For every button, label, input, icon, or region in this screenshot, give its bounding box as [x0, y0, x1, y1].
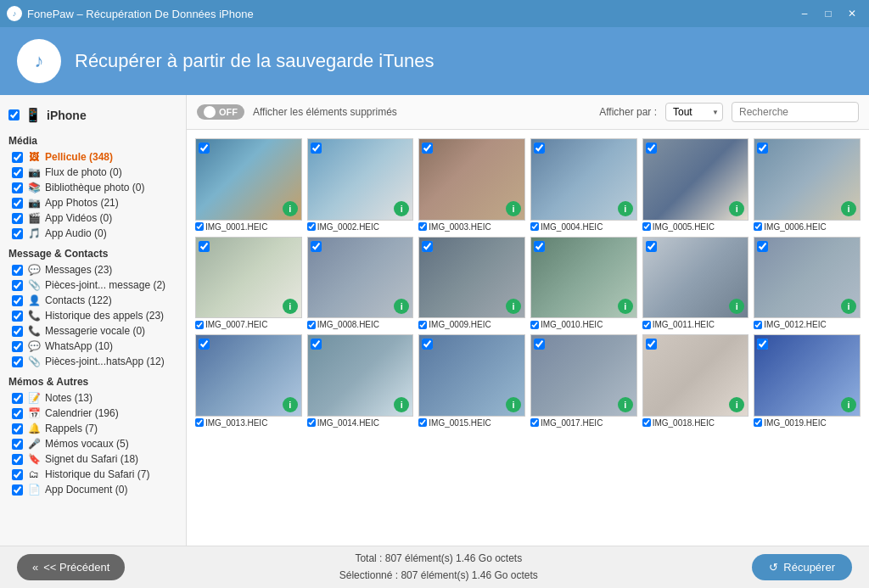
- sidebar-item-memos-vocaux[interactable]: 🎤 Mémos vocaux (5): [0, 436, 186, 451]
- photo-label-checkbox[interactable]: [418, 418, 427, 427]
- photo-thumb-wrapper[interactable]: i: [642, 237, 749, 319]
- photo-checkbox[interactable]: [757, 241, 768, 252]
- photo-checkbox[interactable]: [534, 339, 545, 350]
- sidebar-item-pieces-jointes-whatsapp[interactable]: 📎 Pièces-joint...hatsApp (12): [0, 354, 186, 369]
- photo-info-button[interactable]: i: [506, 397, 521, 412]
- device-item[interactable]: 📱 iPhone: [0, 102, 186, 128]
- sidebar-item-rappels[interactable]: 🔔 Rappels (7): [0, 421, 186, 436]
- sidebar-item-contacts[interactable]: 👤 Contacts (122): [0, 293, 186, 308]
- photo-label-checkbox[interactable]: [530, 418, 539, 427]
- photo-checkbox[interactable]: [311, 143, 322, 154]
- close-button[interactable]: ✕: [842, 3, 862, 24]
- sidebar-item-pellicule[interactable]: 🖼 Pellicule (348): [0, 149, 186, 165]
- photo-checkbox[interactable]: [422, 143, 433, 154]
- sidebar-checkbox-notes[interactable]: [12, 393, 23, 404]
- sidebar-checkbox-pieces-jointes-message[interactable]: [12, 280, 23, 291]
- sidebar-checkbox-signet-safari[interactable]: [12, 454, 23, 465]
- sidebar-checkbox-messagerie-vocale[interactable]: [12, 326, 23, 337]
- photo-checkbox[interactable]: [534, 241, 545, 252]
- prev-button[interactable]: « << Précédent: [17, 554, 125, 580]
- photo-info-button[interactable]: i: [618, 299, 633, 314]
- photo-label-checkbox[interactable]: [642, 321, 651, 329]
- sidebar-checkbox-rappels[interactable]: [12, 423, 23, 434]
- photo-thumb-wrapper[interactable]: i: [642, 138, 749, 221]
- photo-info-button[interactable]: i: [283, 201, 298, 216]
- sidebar-checkbox-pellicule[interactable]: [12, 152, 23, 163]
- sidebar-checkbox-memos-vocaux[interactable]: [12, 439, 23, 450]
- photo-thumb-wrapper[interactable]: i: [754, 138, 861, 221]
- sidebar-checkbox-bibliotheque-photo[interactable]: [12, 182, 23, 193]
- photo-checkbox[interactable]: [311, 241, 322, 252]
- photo-thumb-wrapper[interactable]: i: [307, 237, 414, 319]
- photo-label-checkbox[interactable]: [530, 222, 539, 231]
- sidebar-item-historique-appels[interactable]: 📞 Historique des appels (23): [0, 308, 186, 323]
- sidebar-checkbox-app-photos[interactable]: [12, 198, 23, 209]
- sidebar-checkbox-pieces-jointes-whatsapp[interactable]: [12, 356, 23, 367]
- sidebar-item-app-photos[interactable]: 📷 App Photos (21): [0, 195, 186, 210]
- photo-label-checkbox[interactable]: [195, 222, 204, 231]
- photo-thumb-wrapper[interactable]: i: [307, 138, 414, 221]
- photo-info-button[interactable]: i: [618, 397, 633, 412]
- sidebar-item-pieces-jointes-message[interactable]: 📎 Pièces-joint... message (2): [0, 277, 186, 293]
- sidebar-item-messagerie-vocale[interactable]: 📞 Messagerie vocale (0): [0, 323, 186, 339]
- photo-thumb-wrapper[interactable]: i: [418, 334, 525, 417]
- sidebar-checkbox-app-videos[interactable]: [12, 213, 23, 224]
- photo-checkbox[interactable]: [199, 339, 210, 350]
- window-controls[interactable]: – □ ✕: [794, 3, 862, 24]
- sidebar-item-notes[interactable]: 📝 Notes (13): [0, 390, 186, 406]
- photo-thumb-wrapper[interactable]: i: [530, 237, 637, 319]
- toggle-deleted[interactable]: OFF: [197, 104, 244, 120]
- photo-info-button[interactable]: i: [841, 201, 856, 216]
- photo-label-checkbox[interactable]: [642, 418, 651, 427]
- photo-thumb-wrapper[interactable]: i: [195, 237, 302, 319]
- sidebar-item-signet-safari[interactable]: 🔖 Signet du Safari (18): [0, 451, 186, 467]
- sidebar-checkbox-contacts[interactable]: [12, 295, 23, 306]
- photo-checkbox[interactable]: [757, 143, 768, 154]
- sidebar-item-app-audio[interactable]: 🎵 App Audio (0): [0, 226, 186, 241]
- photo-thumb-wrapper[interactable]: i: [642, 334, 749, 417]
- photo-checkbox[interactable]: [646, 143, 657, 154]
- sidebar-item-bibliotheque-photo[interactable]: 📚 Bibliothèque photo (0): [0, 180, 186, 195]
- photo-checkbox[interactable]: [199, 241, 210, 252]
- sidebar-checkbox-historique-safari[interactable]: [12, 469, 23, 480]
- sidebar-item-app-videos[interactable]: 🎬 App Vidéos (0): [0, 210, 186, 226]
- sidebar-item-messages[interactable]: 💬 Messages (23): [0, 262, 186, 277]
- photo-label-checkbox[interactable]: [307, 418, 316, 427]
- sidebar-item-calendrier[interactable]: 📅 Calendrier (196): [0, 406, 186, 421]
- photo-thumb-wrapper[interactable]: i: [195, 334, 302, 417]
- sidebar-checkbox-messages[interactable]: [12, 265, 23, 276]
- sidebar-checkbox-app-audio[interactable]: [12, 228, 23, 239]
- recover-button[interactable]: ↺ Récupérer: [752, 554, 852, 580]
- photo-info-button[interactable]: i: [729, 201, 744, 216]
- filter-select[interactable]: Tout Photos Vidéos: [665, 103, 723, 121]
- photo-label-checkbox[interactable]: [307, 321, 316, 329]
- maximize-button[interactable]: □: [818, 3, 838, 24]
- photo-thumb-wrapper[interactable]: i: [307, 334, 414, 417]
- device-checkbox[interactable]: [8, 109, 20, 120]
- photo-info-button[interactable]: i: [506, 201, 521, 216]
- photo-info-button[interactable]: i: [283, 299, 298, 314]
- photo-checkbox[interactable]: [422, 241, 433, 252]
- photo-label-checkbox[interactable]: [754, 222, 762, 231]
- sidebar-checkbox-whatsapp[interactable]: [12, 341, 23, 352]
- photo-checkbox[interactable]: [199, 143, 210, 154]
- photo-checkbox[interactable]: [646, 241, 657, 252]
- sidebar-checkbox-app-document[interactable]: [12, 484, 23, 496]
- photo-info-button[interactable]: i: [283, 397, 298, 412]
- photo-thumb-wrapper[interactable]: i: [754, 237, 861, 319]
- photo-checkbox[interactable]: [757, 339, 768, 350]
- photo-thumb-wrapper[interactable]: i: [418, 237, 525, 319]
- photo-checkbox[interactable]: [422, 339, 433, 350]
- photo-thumb-wrapper[interactable]: i: [530, 138, 637, 221]
- photo-info-button[interactable]: i: [394, 201, 409, 216]
- sidebar-item-historique-safari[interactable]: 🗂 Historique du Safari (7): [0, 467, 186, 482]
- photo-thumb-wrapper[interactable]: i: [530, 334, 637, 417]
- photo-label-checkbox[interactable]: [754, 418, 762, 427]
- photo-label-checkbox[interactable]: [642, 222, 651, 231]
- photo-info-button[interactable]: i: [841, 397, 856, 412]
- photo-label-checkbox[interactable]: [307, 222, 316, 231]
- photo-info-button[interactable]: i: [618, 201, 633, 216]
- photo-label-checkbox[interactable]: [530, 321, 539, 329]
- sidebar-checkbox-calendrier[interactable]: [12, 408, 23, 419]
- sidebar-item-flux-photo[interactable]: 📷 Flux de photo (0): [0, 165, 186, 180]
